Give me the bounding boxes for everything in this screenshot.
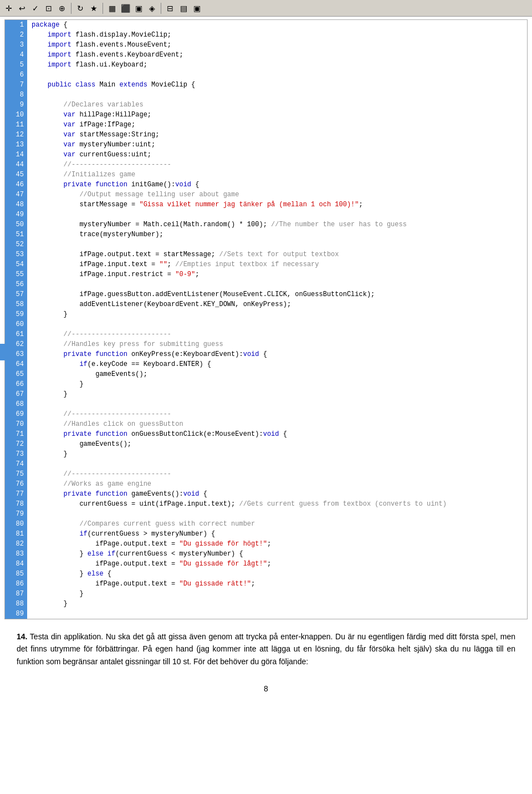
page-number: 8 [0,684,532,693]
code-line-1: package { [32,20,523,30]
code-line-87: } [32,589,523,599]
code-line-3: import flash.events.MouseEvent; [32,40,523,50]
code-line-73: } [32,449,523,459]
toolbar-separator-1 [71,3,71,14]
line-num-72: 72 [5,439,27,449]
line-num-50: 50 [5,220,27,230]
line-num-12: 12 [5,130,27,140]
code-line-58: addEventListener(KeyboardEvent.KEY_DOWN,… [32,299,523,309]
line-num-67: 67 [5,389,27,399]
code-line-88: } [32,599,523,609]
line-num-11: 11 [5,120,27,130]
line-num-59: 59 [5,309,27,319]
code-line-62: //Handles key press for submitting guess [32,339,523,349]
code-line-83: } else if(currentGuess < mysteryNumber) … [32,549,523,559]
code-line-55: ifPage.input.restrict = "0-9"; [32,269,523,279]
toolbar-icon-star[interactable]: ★ [88,2,100,14]
toolbar-icon-box[interactable]: ⬛ [119,2,131,14]
line-num-2: 2 [5,30,27,40]
line-num-6: 6 [5,70,27,80]
line-num-48: 48 [5,200,27,210]
code-line-76: //Works as game engine [32,479,523,489]
left-side-tab[interactable] [0,344,8,360]
code-line-2: import flash.display.MovieClip; [32,30,523,40]
toolbar-icon-settings[interactable]: ◈ [146,2,158,14]
code-line-11: var ifPage:IfPage; [32,120,523,130]
line-num-3: 3 [5,40,27,50]
line-num-66: 66 [5,379,27,389]
code-line-70: //Handles click on guessButton [32,419,523,429]
toolbar-icon-undo[interactable]: ↩ [16,2,28,14]
toolbar-icon-debug[interactable]: ⊡ [43,2,55,14]
line-num-89: 89 [5,609,27,619]
line-num-44: 44 [5,160,27,170]
code-line-49 [32,210,523,220]
line-num-58: 58 [5,299,27,309]
line-num-47: 47 [5,190,27,200]
line-num-8: 8 [5,90,27,100]
line-num-56: 56 [5,279,27,289]
code-line-7: public class Main extends MovieClip { [32,80,523,90]
code-line-66: } [32,379,523,389]
code-line-5: import flash.ui.Keyboard; [32,60,523,70]
code-line-69: //------------------------- [32,409,523,419]
line-num-14: 14 [5,150,27,160]
line-num-69: 69 [5,409,27,419]
code-lines[interactable]: package { import flash.display.MovieClip… [27,20,527,619]
code-line-12: var startMessage:String; [32,130,523,140]
toolbar-icon-layers[interactable]: ▣ [132,2,145,14]
code-line-4: import flash.events.KeyboardEvent; [32,50,523,60]
toolbar-separator-3 [161,3,161,14]
code-line-80: //Compares current guess with correct nu… [32,519,523,529]
toolbar-icon-menu[interactable]: ▤ [177,2,190,14]
line-num-80: 80 [5,519,27,529]
line-num-57: 57 [5,289,27,299]
paragraph-text: Testa din applikation. Nu ska det gå att… [17,632,515,666]
line-num-4: 4 [5,50,27,60]
code-line-75: //------------------------- [32,469,523,479]
line-num-83: 83 [5,549,27,559]
line-num-54: 54 [5,259,27,269]
line-num-60: 60 [5,319,27,329]
code-line-85: } else { [32,569,523,579]
line-num-49: 49 [5,210,27,220]
line-num-64: 64 [5,359,27,369]
code-line-74 [32,459,523,469]
code-line-9: //Declares variables [32,100,523,110]
code-line-72: gameEvents(); [32,439,523,449]
line-num-1: 1 [5,20,27,30]
line-num-78: 78 [5,499,27,509]
toolbar: ✛ ↩ ✓ ⊡ ⊕ ↻ ★ ▦ ⬛ ▣ ◈ ⊟ ▤ ▣ [0,0,532,17]
toolbar-icon-move[interactable]: ✛ [3,2,15,14]
code-line-81: if(currentGuess > mysteryNumber) { [32,529,523,539]
toolbar-icon-add[interactable]: ⊕ [56,2,68,14]
toolbar-icon-box2[interactable]: ▣ [191,2,203,14]
code-editor: 1 2 3 4 5 6 7 8 9 10 11 12 13 14 44 45 4… [4,19,528,619]
line-num-55: 55 [5,269,27,279]
line-num-7: 7 [5,80,27,90]
toolbar-icon-refresh[interactable]: ↻ [74,2,86,14]
line-num-10: 10 [5,110,27,120]
code-line-51: trace(mysteryNumber); [32,230,523,240]
line-num-13: 13 [5,140,27,150]
code-line-53: ifPage.output.text = startMessage; //Set… [32,250,523,259]
code-line-52 [32,240,523,250]
line-num-84: 84 [5,559,27,569]
code-line-78: currentGuess = uint(ifPage.input.text); … [32,499,523,509]
code-line-10: var hillPage:HillPage; [32,110,523,120]
line-num-88: 88 [5,599,27,609]
line-num-85: 85 [5,569,27,579]
toolbar-icon-check[interactable]: ✓ [29,2,42,14]
code-line-14: var currentGuess:uint; [32,150,523,160]
code-line-89 [32,609,523,619]
code-line-13: var mysteryNumber:uint; [32,140,523,150]
toolbar-icon-grid[interactable]: ▦ [106,2,118,14]
code-line-63: private function onKeyPress(e:KeyboardEv… [32,349,523,359]
code-line-47: //Output message telling user about game [32,190,523,200]
line-num-68: 68 [5,399,27,409]
line-num-75: 75 [5,469,27,479]
toolbar-icon-minus[interactable]: ⊟ [164,2,176,14]
code-line-84: ifPage.output.text = "Du gissade för låg… [32,559,523,569]
code-line-61: //------------------------- [32,329,523,339]
paragraph-number: 14. [17,632,27,641]
